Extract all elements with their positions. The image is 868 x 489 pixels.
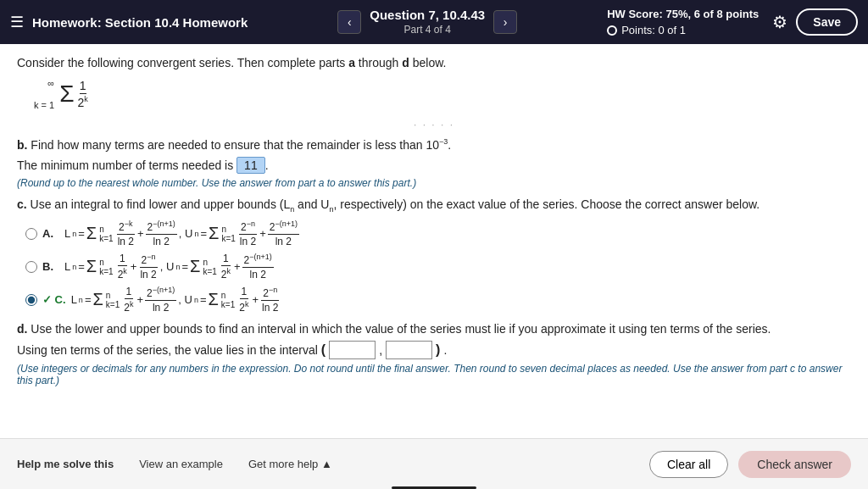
series-bottom: k = 1 [34,100,54,110]
option-b-content: Ln = Σ nk=1 1 2k + 2−n ln 2 , Un = Σ nk=… [64,253,274,281]
question-info: Question 7, 10.4.43 Part 4 of 4 [370,7,485,36]
frac-a3: 2−n ln 2 [238,219,258,247]
sigma-b2: Σ [190,257,200,276]
part-b-question: b. Find how many terms are needed to ens… [17,137,851,152]
frac-b4: 2−(n+1) ln 2 [242,253,274,281]
series-numerator: 1 [80,79,86,94]
frac-a4: 2−(n+1) ln 2 [268,219,299,247]
part-b-hint: (Round up to the nearest whole number. U… [17,177,851,189]
series-fraction: 1 2k [77,79,87,109]
points-score: Points: 0 of 1 [607,22,759,39]
part-d-question: d. Use the lower and upper bounds to fin… [17,322,851,336]
main-content: Consider the following convergent series… [0,44,868,386]
points-circle-icon [607,25,617,36]
frac-a1: 2−k ln 2 [116,219,136,247]
question-title: Question 7, 10.4.43 [370,7,485,24]
frac-c4: 2−n ln 2 [260,286,280,314]
interval-label: Using ten terms of the series, the value… [17,343,318,357]
sigma-c1: Σ [92,290,103,309]
option-a-radio[interactable] [25,228,37,240]
option-b-radio[interactable] [25,261,37,273]
options-list: A. Ln = Σ nk=1 2−k ln 2 + 2−(n+1) ln 2 ,… [25,219,851,314]
view-example-button[interactable]: View an example [139,458,223,470]
question-nav: ‹ Question 7, 10.4.43 Part 4 of 4 › [337,7,517,36]
question-sub: Part 4 of 4 [370,24,485,37]
part-c-question: c. Use an integral to find lower and upp… [17,197,851,214]
sigma-c2: Σ [208,290,218,309]
part-d-hint: (Use integers or decimals for any number… [17,363,851,386]
part-b-answer-line: The minimum number of terms needed is 11… [17,157,851,174]
interval-upper-input[interactable] [386,341,432,359]
next-question-button[interactable]: › [493,10,517,34]
get-more-help-button[interactable]: Get more help ▲ [248,458,332,470]
prev-question-button[interactable]: ‹ [337,10,361,34]
sigma-a2: Σ [209,224,219,243]
settings-button[interactable]: ⚙ [772,12,787,32]
part-d: d. Use the lower and upper bounds to fin… [17,322,851,386]
series-denominator: 2k [77,94,87,109]
part-c: c. Use an integral to find lower and upp… [17,197,851,314]
intro-text: Consider the following convergent series… [17,56,851,69]
section-divider: · · · · · [17,119,851,131]
interval-open-bracket: ( [321,342,326,358]
option-c-content: Ln = Σ nk=1 1 2k + 2−(n+1) ln 2 , Un = Σ… [71,286,281,314]
option-a-row: A. Ln = Σ nk=1 2−k ln 2 + 2−(n+1) ln 2 ,… [25,219,851,247]
footer-actions: Clear all Check answer [649,451,851,478]
interval-lower-input[interactable] [329,341,376,359]
score-info: HW Score: 75%, 6 of 8 points Points: 0 o… [607,6,759,39]
clear-all-button[interactable]: Clear all [649,451,728,478]
option-c-radio[interactable] [25,294,37,306]
sigma-b1: Σ [86,257,97,276]
frac-a2: 2−(n+1) ln 2 [146,219,177,247]
frac-b3: 1 2k [220,253,232,281]
option-c-row: ✓ C. Ln = Σ nk=1 1 2k + 2−(n+1) ln 2 , U… [25,286,851,314]
option-b-label: B. [42,260,59,273]
hw-score: HW Score: 75%, 6 of 8 points [607,6,759,23]
interval-close-bracket: ) [436,342,440,358]
part-b: b. Find how many terms are needed to ens… [17,137,851,189]
menu-icon[interactable]: ☰ [10,13,24,31]
option-a-content: Ln = Σ nk=1 2−k ln 2 + 2−(n+1) ln 2 , Un… [64,219,299,247]
option-b-row: B. Ln = Σ nk=1 1 2k + 2−n ln 2 , Un = [25,253,851,281]
series-formula: ∞ k = 1 Σ 1 2k [34,78,851,110]
sigma-symbol: Σ [59,81,74,108]
series-top: ∞ [47,78,54,88]
frac-b1: 1 2k [116,253,129,281]
option-c-label: ✓ C. [42,293,66,306]
check-answer-button[interactable]: Check answer [738,451,851,478]
interval-row: Using ten terms of the series, the value… [17,341,851,359]
frac-c2: 2−(n+1) ln 2 [145,286,176,314]
frac-b2: 2−n ln 2 [138,253,158,281]
sigma-a1: Σ [86,224,97,243]
footer: Help me solve this View an example Get m… [0,438,868,489]
interval-comma: , [379,343,382,357]
help-me-solve-button[interactable]: Help me solve this [17,458,114,470]
header: ☰ Homework: Section 10.4 Homework ‹ Ques… [0,0,868,44]
option-a-label: A. [42,227,59,240]
part-b-answer-value: 11 [236,157,265,174]
frac-c1: 1 2k [122,286,135,314]
save-button[interactable]: Save [796,8,858,36]
frac-c3: 1 2k [237,286,250,314]
homework-label: Homework: Section 10.4 Homework [32,15,248,30]
